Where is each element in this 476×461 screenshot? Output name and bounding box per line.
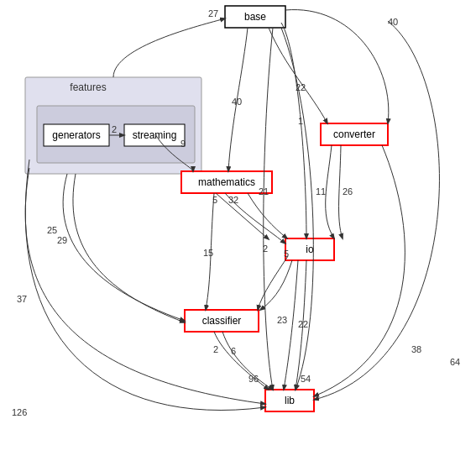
label-25: 25 xyxy=(47,225,57,235)
label-9: 9 xyxy=(180,139,186,149)
edge-base-io-1 xyxy=(281,23,306,238)
label-22-io: 22 xyxy=(298,319,308,329)
edge-features-class-25 xyxy=(63,174,185,321)
edge-features-class-29 xyxy=(73,174,185,322)
label-26: 26 xyxy=(343,186,353,196)
label-23: 23 xyxy=(277,315,287,325)
io-label: io xyxy=(306,244,314,255)
label-6: 6 xyxy=(231,346,236,356)
edge-math-io-21 xyxy=(248,193,287,238)
label-40-down: 40 xyxy=(232,97,242,107)
edge-base-converter-22 xyxy=(269,28,327,123)
label-32: 32 xyxy=(228,195,238,205)
classifier-label: classifier xyxy=(202,315,242,327)
generators-label: generators xyxy=(52,129,100,141)
edge-base-lib-96 xyxy=(264,28,273,390)
edge-conv-io-11 xyxy=(326,145,334,238)
label-64: 64 xyxy=(450,357,460,367)
label-11: 11 xyxy=(316,186,326,196)
features-label: features xyxy=(70,81,106,93)
label-126: 126 xyxy=(12,407,27,417)
label-5-io: 5 xyxy=(284,249,289,259)
edge-io-lib-23 xyxy=(284,260,298,390)
label-29: 29 xyxy=(57,235,67,245)
label-38: 38 xyxy=(411,344,421,354)
edge-base-lib-54 xyxy=(281,28,313,390)
label-96: 96 xyxy=(248,374,259,384)
edge-features-base xyxy=(113,18,225,77)
label-54: 54 xyxy=(301,374,311,384)
label-1-base-io: 1 xyxy=(298,116,303,126)
label-2-class: 2 xyxy=(213,344,218,354)
edge-conv-lib-38 xyxy=(314,145,405,396)
label-27: 27 xyxy=(208,8,218,18)
edge-math-io-5 xyxy=(216,193,269,239)
mathematics-label: mathematics xyxy=(198,176,255,188)
edge-base-converter-40 xyxy=(285,10,389,123)
graph-svg: features generators streaming base conve… xyxy=(0,0,476,461)
converter-label: converter xyxy=(333,128,375,140)
label-15: 15 xyxy=(203,248,213,258)
base-label: base xyxy=(244,11,266,23)
streaming-label: streaming xyxy=(133,129,177,141)
edge-class-lib-6 xyxy=(222,332,273,390)
label-37: 37 xyxy=(17,294,27,304)
label-2-gen: 2 xyxy=(112,124,117,134)
lib-label: lib xyxy=(285,395,295,406)
edge-outer-lib-64 xyxy=(314,21,439,400)
